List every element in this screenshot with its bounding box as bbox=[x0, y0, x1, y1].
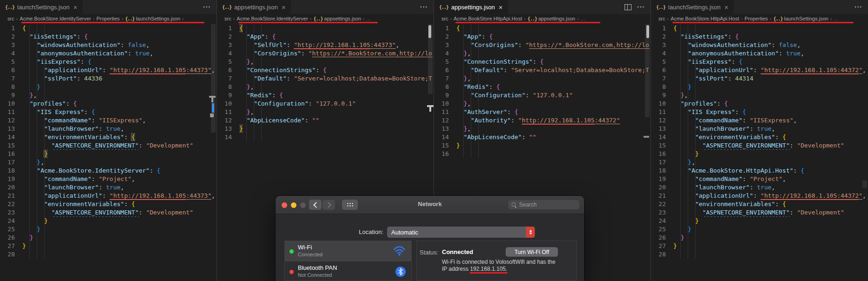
code-token: , bbox=[771, 184, 775, 191]
code-editor[interactable]: 1{2 "App": {3 "CorsOrigins": "https://*.… bbox=[434, 24, 650, 158]
scrollbar[interactable] bbox=[645, 24, 650, 117]
code-token bbox=[22, 184, 44, 191]
code-token: , bbox=[467, 100, 471, 107]
line-content: "Configuration": "127.0.0.1" bbox=[239, 100, 355, 108]
breadcrumb-item[interactable]: Acme.BookStore.IdentityServer bbox=[237, 16, 308, 21]
split-editor-icon[interactable] bbox=[625, 4, 631, 10]
code-token bbox=[22, 150, 44, 157]
close-icon[interactable]: × bbox=[282, 4, 286, 11]
code-token bbox=[673, 217, 695, 224]
json-file-icon: {..} bbox=[656, 5, 665, 10]
close-icon[interactable]: × bbox=[73, 4, 78, 11]
breadcrumb-item[interactable]: Acme.BookStore.HttpApi.Host bbox=[454, 16, 522, 21]
code-token bbox=[456, 108, 464, 115]
code-token bbox=[22, 159, 37, 166]
code-line: 8 "Redis": { bbox=[434, 83, 650, 91]
code-token: , bbox=[467, 125, 471, 132]
code-editor[interactable]: 1{2 "iisSettings": {3 "windowsAuthentica… bbox=[0, 24, 216, 259]
tab-launchSettings.json[interactable]: {..}launchSettings.json× bbox=[0, 0, 83, 14]
tab-bar: {..}appsettings.json×··· bbox=[434, 0, 651, 14]
code-token: "iisSettings" bbox=[30, 33, 77, 40]
code-token: "Default" bbox=[471, 67, 503, 74]
breadcrumb-item[interactable]: Acme.BookStore.IdentityServer bbox=[20, 16, 91, 21]
scrollbar[interactable] bbox=[862, 181, 867, 188]
breadcrumb-item[interactable]: src bbox=[658, 16, 665, 21]
code-line: 21 "applicationUrl": "http://192.168.1.1… bbox=[651, 192, 867, 200]
code-line: 11 "IIS Express": { bbox=[651, 108, 867, 116]
search-input[interactable]: Search bbox=[508, 200, 579, 209]
code-token: : bbox=[287, 41, 294, 48]
list-item-wifi[interactable]: Wi-Fi Connected bbox=[285, 241, 411, 261]
location-dropdown[interactable]: Automatic bbox=[387, 227, 535, 238]
more-actions-icon[interactable]: ··· bbox=[420, 3, 428, 11]
line-content: "Redis": { bbox=[239, 91, 283, 100]
window-titlebar[interactable]: Network Search bbox=[276, 196, 584, 214]
code-token: "Development" bbox=[146, 142, 193, 149]
code-line: 6 "applicationUrl": "http://192.168.1.10… bbox=[0, 66, 216, 74]
code-line: 25 } bbox=[651, 225, 867, 234]
code-token: , bbox=[783, 175, 786, 182]
code-line: 13 "launchBrowser": true, bbox=[0, 125, 216, 133]
close-icon[interactable]: × bbox=[499, 4, 503, 11]
line-content: "anonymousAuthentication": true, bbox=[22, 49, 153, 58]
line-content: "applicationUrl": "http://192.168.1.105:… bbox=[673, 192, 866, 200]
breadcrumb-file[interactable]: launchSettings.json bbox=[136, 16, 180, 21]
code-line: 13 }, bbox=[434, 125, 650, 133]
code-token: "launchBrowser" bbox=[44, 184, 99, 191]
code-token: { bbox=[514, 108, 518, 115]
code-line: 15} bbox=[434, 141, 650, 150]
breadcrumb-item[interactable]: Properties bbox=[96, 16, 119, 21]
turn-wifi-off-button[interactable]: Turn Wi-Fi Off bbox=[506, 247, 558, 257]
line-number: 11 bbox=[217, 108, 232, 116]
code-line: 5 "ConnectionStrings": { bbox=[434, 58, 650, 66]
line-number: 4 bbox=[651, 49, 666, 58]
code-token: http://192.168.1.105 bbox=[522, 117, 595, 125]
more-actions-icon[interactable]: ··· bbox=[203, 3, 211, 11]
breadcrumb-item[interactable]: Properties bbox=[744, 16, 768, 21]
breadcrumb-file[interactable]: appsettings.json bbox=[538, 16, 575, 21]
code-editor[interactable]: 1{2 "App": {3 "SelfUrl": "http://192.168… bbox=[217, 24, 433, 141]
breadcrumb-item[interactable]: src bbox=[441, 16, 448, 21]
code-line: 19 "commandName": "Project", bbox=[0, 175, 216, 183]
code-line: 20 "launchBrowser": true, bbox=[651, 183, 867, 192]
tab-appsettings.json[interactable]: {..}appsettings.json× bbox=[434, 0, 508, 14]
tab-appsettings.json[interactable]: {..}appsettings.json× bbox=[217, 0, 291, 14]
code-line: 16 bbox=[434, 150, 650, 158]
code-token: "commandName" bbox=[44, 117, 92, 124]
more-actions-icon[interactable]: ··· bbox=[855, 3, 862, 11]
code-token: { bbox=[540, 58, 544, 65]
code-token bbox=[673, 100, 681, 107]
code-token: : bbox=[138, 209, 146, 216]
breadcrumb-file[interactable]: launchSettings.json bbox=[784, 16, 828, 21]
line-number: 19 bbox=[0, 175, 15, 183]
code-token: "AuthServer" bbox=[464, 108, 507, 115]
code-token: , bbox=[40, 159, 44, 166]
code-editor[interactable]: 1{2 "iisSettings": {3 "windowsAuthentica… bbox=[651, 24, 867, 259]
code-token: , bbox=[396, 41, 400, 48]
code-token: , bbox=[33, 92, 37, 99]
breadcrumb-file[interactable]: appsettings.json bbox=[324, 16, 362, 21]
tab-launchSettings.json[interactable]: {..}launchSettings.json× bbox=[651, 0, 734, 14]
code-token bbox=[22, 108, 37, 115]
line-content: "iisExpress": { bbox=[673, 58, 743, 66]
line-number: 8 bbox=[434, 83, 449, 91]
code-token bbox=[673, 117, 695, 124]
code-token: : bbox=[775, 201, 783, 207]
code-token bbox=[456, 92, 471, 99]
code-token: } bbox=[37, 83, 40, 90]
breadcrumb-item[interactable]: Acme.BookStore.HttpApi.Host bbox=[671, 16, 739, 21]
code-token: , bbox=[801, 50, 804, 57]
code-token: :44373" bbox=[370, 41, 396, 48]
list-item-bluetooth-pan[interactable]: Bluetooth PAN Not Connected bbox=[285, 261, 411, 281]
line-number: 26 bbox=[651, 234, 666, 242]
code-line: 7 "Default": "Server=localhost;Database=… bbox=[217, 74, 433, 83]
close-icon[interactable]: × bbox=[724, 4, 729, 11]
breadcrumb-item[interactable]: src bbox=[7, 16, 14, 21]
code-token: "applicationUrl" bbox=[695, 67, 753, 74]
code-line: 18 "Acme.BookStore.IdentityServer": { bbox=[0, 167, 216, 175]
code-token: : bbox=[309, 100, 316, 107]
more-actions-icon[interactable]: ··· bbox=[637, 3, 645, 11]
breadcrumb-item[interactable]: src bbox=[224, 16, 231, 21]
code-token: "environmentVariables" bbox=[44, 134, 124, 140]
code-token: https://*.BookStore.com,http://localh bbox=[529, 41, 650, 48]
